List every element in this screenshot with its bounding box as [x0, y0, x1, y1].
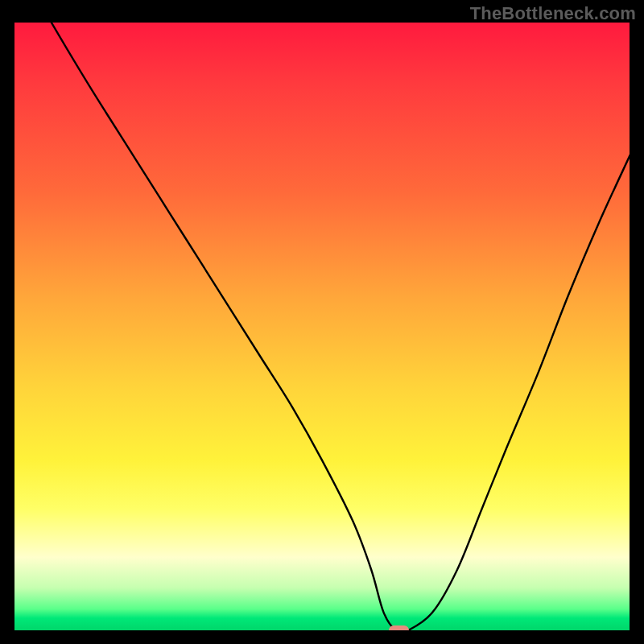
bottleneck-curve — [14, 23, 630, 630]
optimal-marker — [389, 625, 408, 630]
chart-frame: TheBottleneck.com — [0, 0, 644, 644]
watermark-text: TheBottleneck.com — [470, 3, 636, 24]
plot-area — [14, 23, 630, 630]
